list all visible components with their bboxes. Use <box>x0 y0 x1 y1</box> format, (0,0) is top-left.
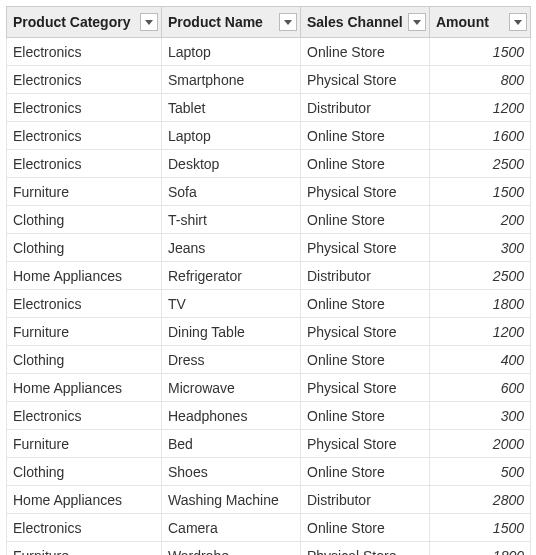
cell-category: Electronics <box>7 514 162 542</box>
cell-category: Clothing <box>7 458 162 486</box>
column-label: Sales Channel <box>307 14 403 30</box>
cell-category: Home Appliances <box>7 262 162 290</box>
cell-category: Clothing <box>7 234 162 262</box>
cell-category: Furniture <box>7 542 162 556</box>
column-header-amount[interactable]: Amount <box>430 7 531 38</box>
table-row: FurnitureBedPhysical Store2000 <box>7 430 531 458</box>
filter-dropdown-icon[interactable] <box>279 13 297 31</box>
column-label: Product Category <box>13 14 130 30</box>
header-row: Product CategoryProduct NameSales Channe… <box>7 7 531 38</box>
table-row: ElectronicsHeadphonesOnline Store300 <box>7 402 531 430</box>
cell-amount: 1500 <box>430 178 531 206</box>
column-label: Amount <box>436 14 489 30</box>
cell-category: Electronics <box>7 150 162 178</box>
cell-amount: 200 <box>430 206 531 234</box>
cell-name: Sofa <box>162 178 301 206</box>
table-row: ElectronicsLaptopOnline Store1500 <box>7 38 531 66</box>
cell-amount: 2000 <box>430 430 531 458</box>
cell-name: Bed <box>162 430 301 458</box>
cell-category: Electronics <box>7 94 162 122</box>
cell-channel: Physical Store <box>301 66 430 94</box>
cell-channel: Online Store <box>301 402 430 430</box>
cell-category: Electronics <box>7 402 162 430</box>
table-row: ClothingShoesOnline Store500 <box>7 458 531 486</box>
table-row: ElectronicsCameraOnline Store1500 <box>7 514 531 542</box>
cell-name: Camera <box>162 514 301 542</box>
table-row: ElectronicsLaptopOnline Store1600 <box>7 122 531 150</box>
table-row: Home AppliancesRefrigeratorDistributor25… <box>7 262 531 290</box>
cell-name: Laptop <box>162 38 301 66</box>
cell-name: Tablet <box>162 94 301 122</box>
table-row: ElectronicsTVOnline Store1800 <box>7 290 531 318</box>
cell-category: Furniture <box>7 318 162 346</box>
cell-name: Microwave <box>162 374 301 402</box>
cell-amount: 1600 <box>430 122 531 150</box>
cell-channel: Online Store <box>301 38 430 66</box>
cell-amount: 1800 <box>430 290 531 318</box>
cell-category: Electronics <box>7 122 162 150</box>
cell-category: Electronics <box>7 66 162 94</box>
cell-amount: 2500 <box>430 150 531 178</box>
table-row: FurnitureSofaPhysical Store1500 <box>7 178 531 206</box>
table-row: FurnitureDining TablePhysical Store1200 <box>7 318 531 346</box>
column-header-name[interactable]: Product Name <box>162 7 301 38</box>
cell-category: Electronics <box>7 290 162 318</box>
cell-amount: 300 <box>430 234 531 262</box>
table-row: Home AppliancesMicrowavePhysical Store60… <box>7 374 531 402</box>
cell-name: Smartphone <box>162 66 301 94</box>
cell-category: Home Appliances <box>7 374 162 402</box>
column-label: Product Name <box>168 14 263 30</box>
cell-amount: 500 <box>430 458 531 486</box>
cell-name: Dining Table <box>162 318 301 346</box>
cell-channel: Distributor <box>301 486 430 514</box>
cell-channel: Online Store <box>301 122 430 150</box>
cell-amount: 800 <box>430 66 531 94</box>
cell-channel: Distributor <box>301 94 430 122</box>
cell-category: Furniture <box>7 178 162 206</box>
cell-channel: Distributor <box>301 262 430 290</box>
cell-channel: Physical Store <box>301 234 430 262</box>
table-row: ClothingDressOnline Store400 <box>7 346 531 374</box>
table-body: ElectronicsLaptopOnline Store1500Electro… <box>7 38 531 556</box>
table-row: ElectronicsTabletDistributor1200 <box>7 94 531 122</box>
cell-name: Desktop <box>162 150 301 178</box>
cell-category: Clothing <box>7 206 162 234</box>
cell-amount: 300 <box>430 402 531 430</box>
cell-channel: Physical Store <box>301 318 430 346</box>
cell-amount: 1200 <box>430 318 531 346</box>
cell-name: Headphones <box>162 402 301 430</box>
cell-name: Dress <box>162 346 301 374</box>
table-row: ElectronicsSmartphonePhysical Store800 <box>7 66 531 94</box>
cell-channel: Online Store <box>301 458 430 486</box>
cell-channel: Online Store <box>301 150 430 178</box>
table-head: Product CategoryProduct NameSales Channe… <box>7 7 531 38</box>
cell-category: Home Appliances <box>7 486 162 514</box>
table-row: ClothingJeansPhysical Store300 <box>7 234 531 262</box>
column-header-channel[interactable]: Sales Channel <box>301 7 430 38</box>
cell-channel: Online Store <box>301 514 430 542</box>
cell-name: Refrigerator <box>162 262 301 290</box>
cell-name: Jeans <box>162 234 301 262</box>
cell-channel: Online Store <box>301 290 430 318</box>
filter-dropdown-icon[interactable] <box>140 13 158 31</box>
cell-name: Washing Machine <box>162 486 301 514</box>
cell-channel: Physical Store <box>301 178 430 206</box>
table-row: Home AppliancesWashing MachineDistributo… <box>7 486 531 514</box>
cell-amount: 600 <box>430 374 531 402</box>
cell-category: Furniture <box>7 430 162 458</box>
cell-amount: 2500 <box>430 262 531 290</box>
cell-name: T-shirt <box>162 206 301 234</box>
cell-name: Wardrobe <box>162 542 301 556</box>
cell-category: Electronics <box>7 38 162 66</box>
filter-dropdown-icon[interactable] <box>408 13 426 31</box>
filter-dropdown-icon[interactable] <box>509 13 527 31</box>
cell-name: Laptop <box>162 122 301 150</box>
cell-channel: Online Store <box>301 346 430 374</box>
data-table: Product CategoryProduct NameSales Channe… <box>6 6 531 555</box>
cell-amount: 1500 <box>430 38 531 66</box>
cell-amount: 2800 <box>430 486 531 514</box>
table-row: ElectronicsDesktopOnline Store2500 <box>7 150 531 178</box>
column-header-category[interactable]: Product Category <box>7 7 162 38</box>
cell-category: Clothing <box>7 346 162 374</box>
cell-name: TV <box>162 290 301 318</box>
